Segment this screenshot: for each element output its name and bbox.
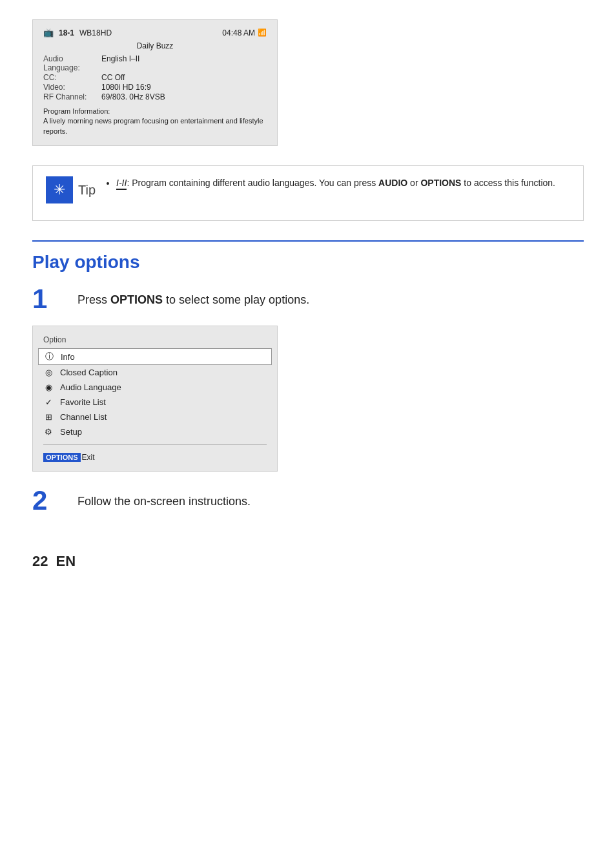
osd-item-channel-list-label: Channel List (60, 412, 107, 422)
tv-icon: 📺 (43, 28, 54, 37)
info-grid: Audio Language: English I–II CC: CC Off … (43, 54, 267, 101)
page-footer: 22 EN (32, 553, 584, 570)
osd-item-setup[interactable]: ⚙ Setup (33, 424, 277, 439)
rf-channel-label: RF Channel: (43, 92, 101, 101)
star-symbol: ✳ (54, 182, 65, 198)
step-2-number: 2 (32, 487, 65, 514)
osd-footer-exit-label: Exit (82, 453, 95, 462)
osd-footer: OPTIONS Exit (33, 450, 277, 464)
channel-list-icon: ⊞ (43, 412, 54, 422)
tip-header-row: ✳ Tip (46, 176, 96, 203)
channel-number: 18-1 (59, 28, 74, 37)
tip-label: Tip (78, 183, 96, 198)
section-divider (32, 240, 584, 242)
step-1-text: Press OPTIONS to select some play option… (77, 286, 309, 308)
cc-value: CC Off (101, 73, 267, 82)
options-bold: OPTIONS (110, 293, 163, 306)
osd-header: Option (33, 333, 277, 348)
cc-label: CC: (43, 73, 101, 82)
osd-item-info[interactable]: ⓘ Info (38, 348, 272, 365)
step-2-row: 2 Follow the on-screen instructions. (32, 487, 584, 514)
osd-item-closed-caption[interactable]: ◎ Closed Caption (33, 365, 277, 380)
program-info-text: A lively morning news program focusing o… (43, 117, 263, 134)
options-badge: OPTIONS (43, 453, 81, 462)
i-ii-symbol: I-II (116, 178, 127, 190)
step-2-text: Follow the on-screen instructions. (77, 487, 251, 510)
header-left: 📺 18-1 WB18HD (43, 28, 112, 37)
program-info-label: Program Information: (43, 107, 110, 115)
audio-lang-label: Audio Language: (43, 54, 101, 72)
tip-icon-container: ✳ Tip (46, 176, 96, 210)
section-title: Play options (32, 252, 584, 273)
setup-icon: ⚙ (43, 427, 54, 437)
tip-box: ✳ Tip I-II: Program containing different… (32, 165, 584, 221)
closed-caption-icon: ◎ (43, 368, 54, 377)
time-signal: 04:48 AM 📶 (222, 28, 267, 37)
time-display: 04:48 AM (222, 28, 255, 37)
program-title: Daily Buzz (43, 41, 267, 50)
audio-lang-value: English I–II (101, 54, 267, 72)
osd-item-channel-list[interactable]: ⊞ Channel List (33, 410, 277, 424)
tip-bullet: I-II: Program containing different audio… (116, 176, 570, 190)
tv-info-header: 📺 18-1 WB18HD 04:48 AM 📶 (43, 28, 267, 37)
tip-star-icon: ✳ (46, 176, 73, 203)
video-label: Video: (43, 83, 101, 92)
program-info-section: Program Information: A lively morning ne… (43, 107, 267, 136)
osd-item-closed-caption-label: Closed Caption (60, 368, 118, 377)
page-language: EN (56, 553, 76, 570)
signal-icon: 📶 (258, 28, 267, 37)
osd-item-audio-language[interactable]: ◉ Audio Language (33, 380, 277, 395)
osd-item-favorite-list[interactable]: ✓ Favorite List (33, 395, 277, 410)
video-value: 1080i HD 16:9 (101, 83, 267, 92)
info-icon: ⓘ (44, 351, 54, 362)
audio-language-icon: ◉ (43, 382, 54, 392)
step-1-row: 1 Press OPTIONS to select some play opti… (32, 286, 584, 313)
osd-divider (43, 444, 267, 445)
osd-item-info-label: Info (61, 352, 75, 362)
tv-info-panel: 📺 18-1 WB18HD 04:48 AM 📶 Daily Buzz Audi… (32, 19, 278, 146)
options-key: OPTIONS (420, 178, 461, 188)
audio-key: AUDIO (378, 178, 407, 188)
page-number: 22 (32, 553, 48, 570)
osd-item-favorite-list-label: Favorite List (60, 397, 106, 407)
favorite-list-icon: ✓ (43, 397, 54, 407)
osd-item-setup-label: Setup (60, 427, 82, 437)
step-1-number: 1 (32, 286, 65, 313)
osd-item-audio-language-label: Audio Language (60, 382, 121, 392)
tip-content: I-II: Program containing different audio… (105, 176, 570, 193)
osd-panel: Option ⓘ Info ◎ Closed Caption ◉ Audio L… (32, 326, 278, 472)
rf-channel-value: 69/803. 0Hz 8VSB (101, 92, 267, 101)
channel-name: WB18HD (79, 28, 112, 37)
